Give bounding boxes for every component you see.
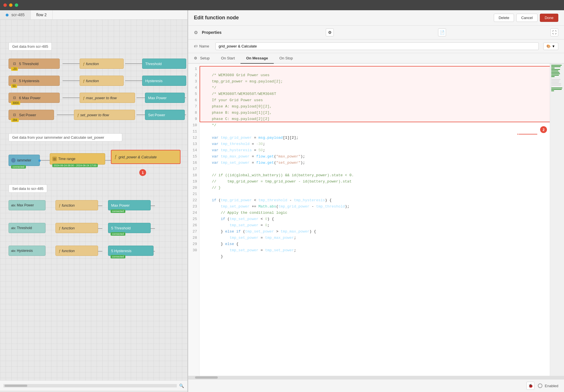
node-hysteresis-output[interactable]: Hysteresis [142, 76, 186, 86]
node-maxpower-input[interactable]: ⊡ 6 Max Power 3000 [9, 93, 60, 103]
edit-panel: Edit function node Delete Cancel Done ⚙ … [188, 10, 564, 392]
node-hysteresis2-output[interactable]: 5 Hysteresis connected [108, 246, 154, 256]
node-maxpower2-func[interactable]: ƒ function [55, 200, 98, 210]
enabled-radio[interactable] [538, 383, 542, 388]
node-maxpower-func[interactable]: ƒ max_power to flow [80, 93, 135, 103]
enabled-label: Enabled [545, 384, 558, 388]
annotation-circle-1: 1 [139, 169, 146, 176]
code-scrollbar-h[interactable] [188, 376, 564, 379]
node-maxpower2-label[interactable]: abc Max Power [9, 200, 45, 210]
format-chevron: ▼ [552, 44, 555, 48]
content-row: scr-485 flow 2 [0, 10, 564, 392]
setup-gear-icon: ⚙ [194, 56, 197, 60]
comment-get-data-scr485[interactable]: Get data from scr-485 [9, 42, 52, 51]
canvas-area[interactable]: Get data from scr-485 ⊡ 5 Threshold -20 … [0, 20, 187, 391]
hysteresis-input-icon: ⊡ [12, 78, 17, 84]
flow-tab-flow2[interactable]: flow 2 [31, 10, 53, 19]
timerange-icon: ⊡ [52, 157, 57, 161]
node-threshold-output[interactable]: Threshold [142, 59, 186, 69]
canvas-scroll-thumb [5, 385, 27, 387]
edit-header-buttons: Delete Cancel Done [494, 14, 558, 22]
node-iammeter[interactable]: iammeter connected [9, 155, 40, 166]
iammeter-icon [11, 158, 16, 163]
code-area: 12345 678910 1112131415 1617181920 21222… [188, 64, 564, 376]
maxpower-input-icon: ⊡ [12, 95, 17, 101]
timerange-badge: 2024-06-24 08:00 - 2024-06-24 17:00 [52, 164, 98, 167]
threshold2-connected-badge: connected [111, 232, 125, 236]
node-threshold2-func[interactable]: ƒ function [55, 223, 98, 233]
top-bar [0, 0, 564, 10]
name-row: 🏷 Name 🎨 ▼ [188, 40, 564, 53]
done-button[interactable]: Done [540, 14, 558, 22]
flow-bottom-bar: 🔍 [0, 380, 187, 391]
node-threshold-input[interactable]: ⊡ 5 Threshold -20 [9, 59, 60, 69]
main-container: scr-485 flow 2 [0, 0, 564, 392]
edit-panel-title: Edit function node [194, 15, 239, 21]
node-setpower-output[interactable]: Set Power [145, 110, 185, 120]
tab-on-stop[interactable]: On Stop [274, 53, 299, 64]
document-icon-btn[interactable]: 📄 [438, 28, 446, 36]
properties-label: Properties [202, 30, 221, 35]
node-maxpower2-output[interactable]: Max Power connected [108, 200, 151, 210]
edit-header: Edit function node Delete Cancel Done [188, 10, 564, 26]
properties-gear-icon: ⚙ [194, 30, 198, 35]
line-numbers: 12345 678910 1112131415 1617181920 21222… [188, 64, 200, 376]
node-threshold-func[interactable]: ƒ function [80, 59, 124, 69]
node-threshold2-label[interactable]: abc Threshold [9, 223, 45, 233]
iammeter-badge: connected [11, 165, 26, 169]
tab-on-message[interactable]: On Message [240, 53, 274, 64]
maximize-dot [15, 3, 18, 7]
name-label: 🏷 Name [194, 44, 211, 48]
node-setpower-input[interactable]: ⊡ Set Power 284 [9, 110, 54, 120]
format-icon: 🎨 [546, 44, 551, 48]
node-threshold2-output[interactable]: 5 Threshold connected [108, 223, 151, 233]
properties-bar: ⚙ Properties ⚙ 📄 ⛶ [188, 26, 564, 40]
node-gridpower-calculate[interactable]: ƒ grid_power & Calculate [111, 150, 181, 164]
annotation-1: 1 [139, 169, 146, 176]
enabled-toggle[interactable]: Enabled [538, 383, 558, 388]
flow-header: scr-485 flow 2 [0, 10, 187, 20]
maxpower2-abc-icon: abc [11, 204, 16, 207]
hysteresis2-abc-icon: abc [11, 249, 16, 252]
flow-canvas: scr-485 flow 2 [0, 10, 188, 392]
code-editor[interactable]: 12345 678910 1112131415 1617181920 21222… [188, 64, 564, 379]
setpower-badge: 284 [11, 118, 19, 122]
maxpower2-connected-badge: connected [111, 210, 125, 213]
maxpower-badge: 3000 [11, 101, 20, 105]
delete-button[interactable]: Delete [494, 14, 514, 22]
debug-icon-btn[interactable]: 🐞 [526, 382, 534, 390]
name-format-button[interactable]: 🎨 ▼ [543, 43, 558, 50]
close-dot [3, 3, 7, 7]
search-icon[interactable]: 🔍 [179, 383, 184, 388]
comment-get-iammeter[interactable]: Get data from your iammmeter and Calcula… [9, 133, 122, 142]
minimap-content [550, 64, 564, 93]
bottom-bar: 🐞 Enabled [188, 379, 564, 392]
node-setpower-func[interactable]: ƒ set_power to flow [74, 110, 135, 120]
node-hysteresis-input[interactable]: ⊡ 5 Hysteresis 50 [9, 76, 60, 86]
minimap [550, 64, 564, 376]
canvas-scrollbar-h[interactable] [3, 384, 177, 387]
flow-tab-scr485[interactable]: scr-485 [0, 10, 31, 19]
tab-setup[interactable]: ⚙ Setup [188, 53, 215, 64]
code-content[interactable]: /* WEM3080 Grid Power uses tmp_grid_powe… [200, 64, 564, 376]
name-input[interactable] [215, 42, 539, 50]
cancel-button[interactable]: Cancel [516, 14, 537, 22]
tab-on-start[interactable]: On Start [215, 53, 240, 64]
tabs-row: ⚙ Setup On Start On Message On Stop [188, 53, 564, 64]
node-timerange[interactable]: ⊡ Time range 2024-06-24 08:00 - 2024-06-… [50, 153, 105, 165]
setpower-input-icon: ⊡ [12, 112, 17, 118]
node-maxpower-output[interactable]: Max Power [145, 93, 185, 103]
iammeter-out-port [38, 159, 41, 162]
settings-icon-btn[interactable]: ⚙ [326, 28, 334, 36]
comment-set-data-scr485[interactable]: Set data to scr-485 [9, 184, 47, 193]
hysteresis-badge: 50 [11, 84, 17, 88]
threshold2-abc-icon: abc [11, 227, 16, 230]
threshold-input-icon: ⊡ [12, 61, 17, 67]
node-hysteresis-func[interactable]: ƒ function [80, 76, 124, 86]
node-hysteresis2-func[interactable]: ƒ function [55, 246, 98, 256]
node-hysteresis2-label[interactable]: abc Hysteresis [9, 246, 45, 256]
minimize-dot [9, 3, 13, 7]
tab-indicator [6, 14, 9, 16]
hysteresis2-connected-badge: connected [111, 255, 125, 258]
expand-icon-btn[interactable]: ⛶ [550, 28, 558, 36]
